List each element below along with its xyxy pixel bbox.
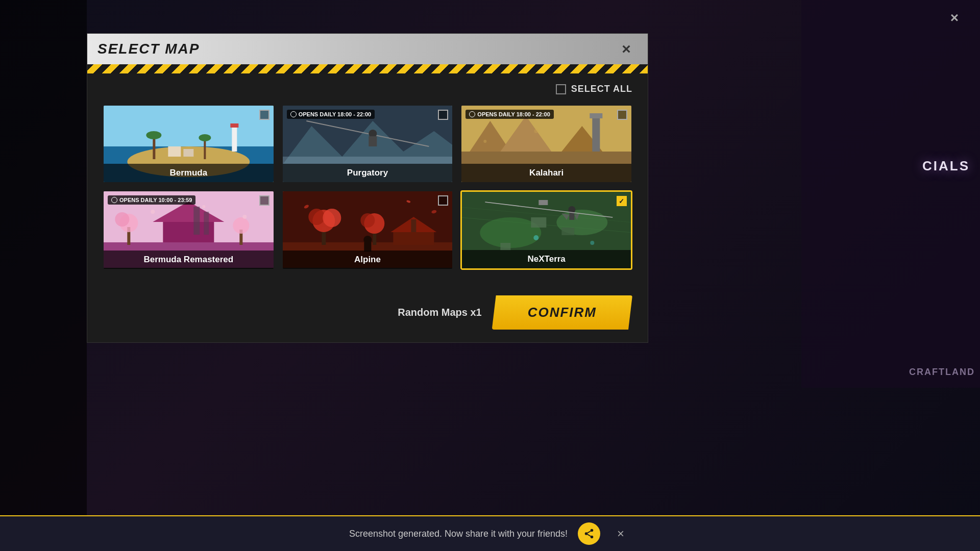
map-card-nexterra[interactable]: ✓ NeXTerra	[460, 190, 632, 270]
svg-point-32	[115, 212, 129, 227]
svg-rect-22	[593, 116, 600, 152]
checkmark-icon: ✓	[619, 197, 624, 205]
share-icon	[583, 528, 595, 539]
random-maps-label: Random Maps x1	[398, 307, 481, 318]
select-all-checkbox[interactable]	[556, 84, 566, 94]
right-panel-craftland-text: CRAFTLAND	[909, 367, 975, 378]
svg-rect-7	[232, 126, 237, 152]
map-label-kalahari: Kalahari	[461, 164, 631, 182]
svg-point-48	[360, 213, 375, 228]
svg-line-78	[587, 531, 591, 533]
svg-point-76	[591, 536, 594, 539]
map-label-bermuda-remastered: Bermuda Remastered	[104, 251, 274, 269]
svg-rect-23	[590, 113, 603, 118]
map-card-kalahari[interactable]: OPENS DAILY 18:00 - 22:00 Kalahari	[460, 105, 632, 183]
svg-rect-36	[204, 212, 209, 235]
map-label-nexterra: NeXTerra	[462, 250, 631, 268]
svg-point-75	[585, 532, 588, 535]
right-panel-cials-text: CIALS	[922, 158, 970, 174]
map-checkbox-purgatory[interactable]	[438, 110, 448, 120]
svg-rect-64	[562, 228, 575, 235]
select-all-label: SELECT ALL	[571, 84, 632, 94]
map-checkbox-alpine[interactable]	[438, 195, 448, 206]
svg-point-34	[233, 217, 249, 234]
svg-point-39	[242, 215, 247, 219]
map-label-bermuda: Bermuda	[104, 164, 274, 182]
map-checkbox-bermuda-remastered[interactable]	[259, 195, 270, 206]
map-time-badge-kalahari: OPENS DAILY 18:00 - 22:00	[465, 110, 553, 119]
svg-rect-8	[230, 123, 238, 128]
svg-rect-15	[369, 136, 377, 146]
dialog-close-button[interactable]: ×	[615, 38, 638, 60]
map-time-badge-purgatory: OPENS DAILY 18:00 - 22:00	[287, 110, 375, 119]
map-checkbox-bermuda[interactable]	[259, 110, 270, 120]
map-label-alpine: Alpine	[283, 251, 453, 269]
top-close-button[interactable]: ×	[944, 8, 965, 28]
svg-rect-67	[570, 212, 575, 220]
map-time-badge-bermuda-remastered: OPENS DAILY 10:00 - 23:59	[108, 195, 195, 205]
svg-rect-65	[501, 243, 511, 251]
map-grid: Bermuda	[103, 105, 632, 270]
map-card-bermuda[interactable]: Bermuda	[103, 105, 275, 183]
dialog-body: SELECT ALL	[87, 73, 648, 285]
svg-point-45	[323, 209, 341, 227]
svg-rect-10	[183, 149, 193, 157]
svg-rect-5	[204, 139, 206, 159]
hazard-stripe	[87, 64, 648, 73]
svg-point-38	[202, 205, 205, 208]
left-panel	[0, 0, 87, 551]
svg-point-74	[591, 529, 594, 532]
confirm-button[interactable]: CONFIRM	[492, 295, 632, 330]
map-card-purgatory[interactable]: OPENS DAILY 18:00 - 22:00 Purgatory	[282, 105, 454, 183]
map-card-alpine[interactable]: Alpine	[282, 190, 454, 270]
svg-point-25	[534, 129, 538, 133]
svg-rect-51	[411, 219, 416, 232]
screenshot-banner: Screenshot generated. Now share it with …	[0, 515, 980, 551]
map-label-purgatory: Purgatory	[283, 164, 453, 182]
svg-rect-35	[193, 207, 200, 235]
dialog-header: SELECT MAP ×	[87, 34, 648, 64]
svg-point-6	[199, 134, 211, 141]
clock-icon-purgatory	[290, 111, 297, 117]
map-checkbox-kalahari[interactable]	[617, 110, 627, 120]
banner-close-button[interactable]: ×	[610, 523, 631, 544]
dialog-title: SELECT MAP	[97, 41, 200, 57]
screenshot-banner-text: Screenshot generated. Now share it with …	[349, 529, 568, 539]
svg-rect-63	[531, 217, 547, 228]
svg-point-72	[534, 235, 539, 240]
svg-point-73	[591, 241, 595, 245]
dialog-footer: Random Maps x1 CONFIRM	[87, 285, 648, 342]
right-panel: CIALS CRAFTLAND	[801, 0, 980, 388]
select-map-dialog: SELECT MAP × SELECT ALL	[87, 33, 648, 343]
svg-rect-71	[539, 200, 548, 205]
svg-rect-3	[153, 136, 155, 159]
svg-point-37	[151, 210, 155, 214]
svg-rect-9	[168, 146, 181, 157]
svg-point-4	[146, 131, 161, 139]
share-button[interactable]	[578, 522, 600, 545]
clock-icon-bermuda-remastered	[111, 197, 117, 203]
select-all-row: SELECT ALL	[103, 84, 632, 94]
clock-icon-kalahari	[469, 111, 475, 117]
svg-rect-49	[393, 232, 434, 245]
map-card-bermuda-remastered[interactable]: OPENS DAILY 10:00 - 23:59 Bermuda Remast…	[103, 190, 275, 270]
svg-point-24	[484, 140, 487, 143]
map-checkbox-nexterra[interactable]: ✓	[617, 196, 627, 206]
svg-line-77	[587, 534, 591, 536]
svg-point-44	[308, 209, 325, 225]
